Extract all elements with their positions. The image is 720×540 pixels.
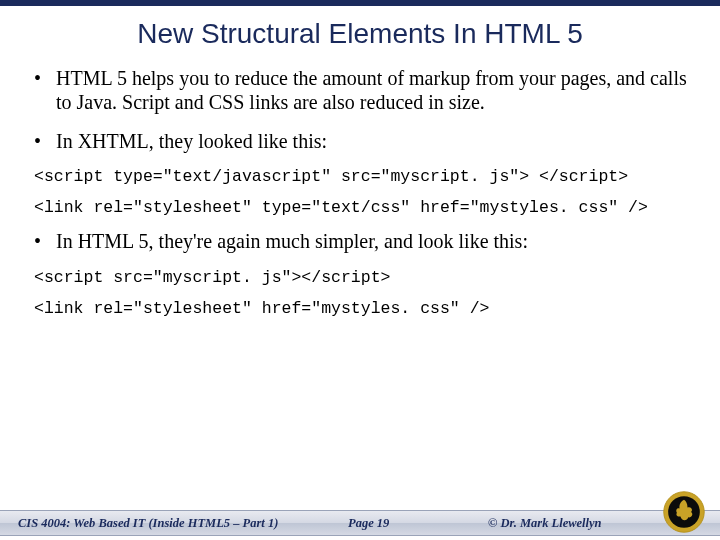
footer-bar: CIS 4004: Web Based IT (Inside HTML5 – P…	[0, 510, 720, 536]
list-item: In HTML 5, they're again much simpler, a…	[26, 229, 694, 253]
footer: CIS 4004: Web Based IT (Inside HTML5 – P…	[0, 510, 720, 536]
ucf-pegasus-logo-icon	[662, 490, 706, 534]
footer-author: © Dr. Mark Llewellyn	[488, 516, 602, 531]
footer-page: Page 19	[348, 516, 478, 531]
list-item: HTML 5 helps you to reduce the amount of…	[26, 66, 694, 115]
code-block: <link rel="stylesheet" href="mystyles. c…	[26, 299, 694, 318]
bullet-list: In HTML 5, they're again much simpler, a…	[26, 229, 694, 253]
list-item: In XHTML, they looked like this:	[26, 129, 694, 153]
slide-content: HTML 5 helps you to reduce the amount of…	[0, 56, 720, 318]
bullet-list: HTML 5 helps you to reduce the amount of…	[26, 66, 694, 153]
code-block: <script src="myscript. js"></script>	[26, 268, 694, 287]
code-block: <script type="text/javascript" src="mysc…	[26, 167, 694, 186]
slide-title: New Structural Elements In HTML 5	[0, 6, 720, 56]
slide: New Structural Elements In HTML 5 HTML 5…	[0, 0, 720, 540]
footer-course: CIS 4004: Web Based IT (Inside HTML5 – P…	[18, 516, 338, 531]
code-block: <link rel="stylesheet" type="text/css" h…	[26, 198, 694, 217]
